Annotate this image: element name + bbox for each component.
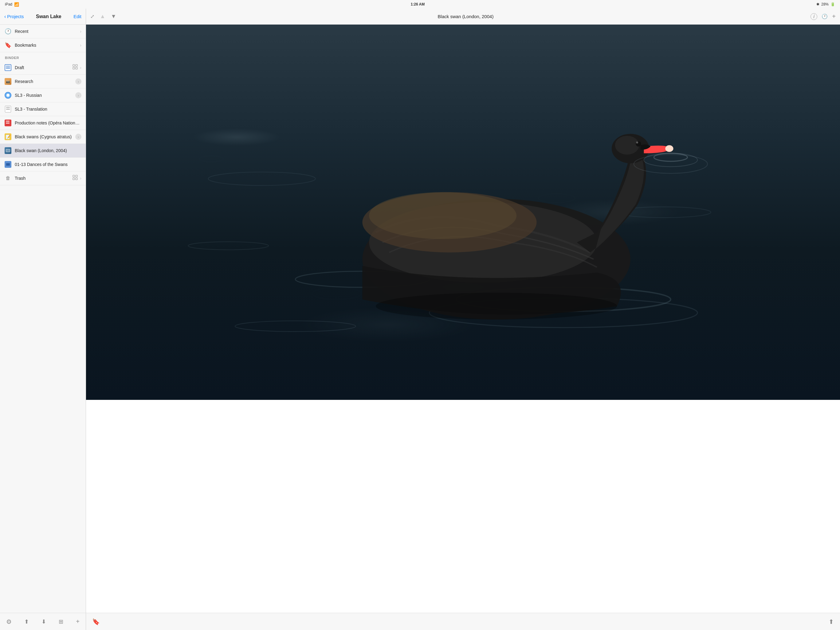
nav-arrows: ▲ ▼ [98,13,118,20]
bookmarks-chevron-icon: › [80,43,81,47]
history-button[interactable]: 🕐 [821,14,828,19]
black-swans-chevron-icon: › [75,134,81,140]
edit-button[interactable]: Edit [73,14,81,19]
back-label[interactable]: Projects [7,14,24,19]
share-bottom-button[interactable]: ⬆ [829,618,834,625]
research-label: Research [15,79,75,84]
recent-label: Recent [15,29,80,34]
binder-section-header: BINDER [0,52,86,61]
svg-rect-2 [73,67,75,69]
svg-rect-6 [73,178,75,180]
text-area[interactable] [86,400,840,613]
sidebar-item-black-swans[interactable]: 📝 Black swans (Cygnus atratus) › [0,130,86,144]
sidebar-item-sl3-translation[interactable]: SL3 - Translation [0,102,86,116]
toolbar-right: i 🕐 + [810,13,836,20]
add-doc-button[interactable]: ⊞ [59,618,63,625]
film-icon [4,161,12,168]
swan-scene [86,25,840,400]
sidebar-item-draft[interactable]: Draft › [0,61,86,75]
sidebar-title: Swan Lake [36,14,62,19]
svg-point-24 [644,153,698,167]
clock-icon: 🕐 [4,28,12,35]
production-icon [4,119,12,126]
sl3-russian-icon [4,92,12,99]
prev-button[interactable]: ▲ [98,13,107,20]
swans-icon: 📝 [4,133,12,141]
download-button[interactable]: ⬇ [41,618,46,625]
svg-rect-4 [73,175,75,177]
sl3-translation-icon [4,106,12,113]
document-title: Black swan (London, 2004) [125,14,807,19]
battery-label: 28% [821,2,829,6]
sl3-russian-chevron-icon: › [75,92,81,98]
dances-label: 01-13 Dances of the Swans [15,162,81,167]
content-view: 🔖 ⬆ [86,25,840,630]
sidebar-header: ‹ Projects Swan Lake Edit [0,9,86,25]
bottom-toolbar: 🔖 ⬆ [86,613,840,630]
info-button[interactable]: i [810,13,817,20]
status-bar-time: 1:26 AM [411,2,425,6]
trash-icon: 🗑 [4,175,12,182]
svg-point-16 [369,192,517,239]
svg-rect-0 [73,65,75,66]
device-label: iPad [5,2,12,6]
sidebar-item-trash[interactable]: 🗑 Trash › [0,172,86,185]
bookmark-button[interactable]: 🔖 [92,618,100,625]
bookmark-icon: 🔖 [4,41,12,49]
sidebar-item-bookmarks[interactable]: 🔖 Bookmarks › [0,38,86,52]
sidebar-item-black-swan-photo[interactable]: Black swan (London, 2004) [0,144,86,158]
add-button[interactable]: + [832,13,836,20]
black-swans-label: Black swans (Cygnus atratus) [15,134,75,139]
black-swan-photo-label: Black swan (London, 2004) [15,148,81,153]
bluetooth-icon: ✱ [816,2,819,6]
svg-rect-5 [76,175,77,177]
sidebar: ‹ Projects Swan Lake Edit 🕐 Recent › 🔖 B… [0,9,86,630]
expand-icon[interactable]: ⤢ [90,14,94,19]
svg-point-11 [208,172,316,186]
svg-rect-3 [76,67,77,69]
status-bar: iPad 📶 1:26 AM ✱ 28% 🔋 [0,0,840,9]
back-chevron-icon: ‹ [4,14,6,19]
svg-point-19 [665,145,673,152]
sl3-russian-label: SL3 - Russian [15,93,75,98]
trash-grid-icon [73,175,78,182]
draft-icon [4,64,12,71]
sidebar-item-recent[interactable]: 🕐 Recent › [0,25,86,38]
next-button[interactable]: ▼ [109,13,118,20]
status-bar-right: ✱ 28% 🔋 [816,2,835,6]
sidebar-list: 🕐 Recent › 🔖 Bookmarks › BINDER [0,25,86,613]
plus-button[interactable]: + [76,618,80,625]
trash-chevron-icon: › [80,176,81,181]
share-button[interactable]: ⬆ [24,618,29,625]
draft-grid-icon [73,64,78,71]
draft-chevron-icon: › [80,65,81,70]
sidebar-item-dances[interactable]: 01-13 Dances of the Swans [0,158,86,172]
image-area [86,25,840,400]
production-notes-label: Production notes (Opéra National d... [15,120,81,125]
wifi-icon: 📶 [14,2,19,7]
svg-point-22 [376,292,617,319]
svg-point-27 [188,242,269,250]
sidebar-footer: ⚙ ⬆ ⬇ ⊞ + [0,613,86,630]
battery-icon: 🔋 [831,2,835,6]
main-area: ⤢ ▲ ▼ Black swan (London, 2004) i 🕐 + [86,9,840,630]
sl3-translation-label: SL3 - Translation [15,107,81,112]
status-bar-left: iPad 📶 [5,2,19,7]
svg-point-21 [636,142,638,144]
svg-point-26 [235,321,356,332]
sidebar-item-sl3-russian[interactable]: SL3 - Russian › [0,88,86,102]
trash-label: Trash [15,176,73,181]
recent-chevron-icon: › [80,29,81,34]
settings-button[interactable]: ⚙ [6,618,12,625]
sidebar-item-research[interactable]: 📷 Research › [0,75,86,88]
back-button[interactable]: ‹ Projects [4,14,24,19]
research-chevron-icon: › [75,78,81,85]
draft-label: Draft [15,65,73,70]
main-toolbar: ⤢ ▲ ▼ Black swan (London, 2004) i 🕐 + [86,9,840,25]
svg-rect-7 [76,178,77,180]
swan-image [161,43,764,381]
svg-rect-1 [76,65,77,66]
photo-icon [4,147,12,154]
research-icon: 📷 [4,78,12,85]
sidebar-item-production-notes[interactable]: Production notes (Opéra National d... [0,116,86,130]
